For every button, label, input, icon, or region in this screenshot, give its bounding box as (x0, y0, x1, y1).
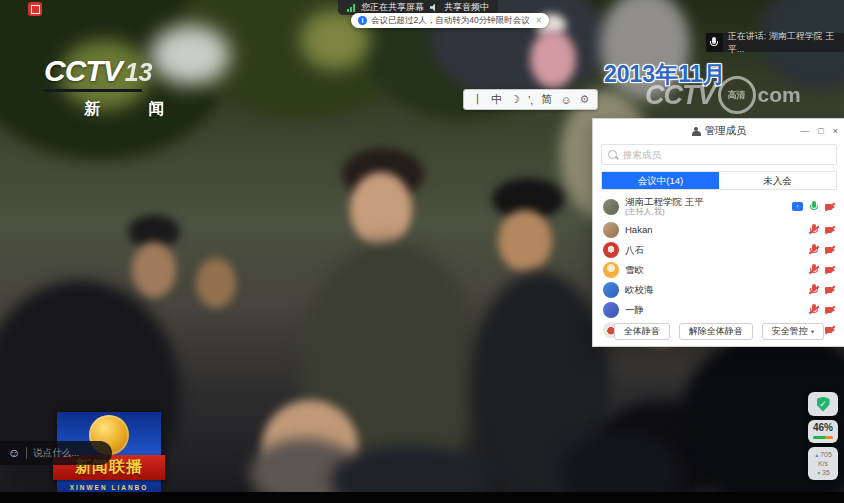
panel-title: 管理成员 (705, 124, 747, 138)
member-name: 欧校海 (625, 284, 654, 295)
speed-unit: K/s (818, 459, 828, 468)
member-list: 湖南工程学院 王平 (主持人,我) ↑ Hakan 八石 (593, 193, 844, 340)
camera-off-icon[interactable] (825, 264, 835, 276)
toast-close-icon[interactable]: × (536, 15, 542, 26)
avatar (603, 302, 619, 318)
channel-number: 13 (125, 58, 153, 86)
info-icon: i (358, 16, 367, 25)
screen-share-icon[interactable]: ↑ (792, 202, 803, 211)
usage-bar (813, 436, 833, 439)
ime-punctuation-icon[interactable]: ’, (528, 94, 534, 106)
camera-off-icon[interactable] (825, 224, 835, 236)
divider (26, 447, 27, 459)
unmute-all-button[interactable]: 解除全体静音 (679, 323, 753, 340)
emoji-icon[interactable]: ☺ (8, 447, 20, 459)
ime-settings-icon[interactable]: ⚙ (580, 93, 590, 106)
active-speaker-overlay: 正在讲话: 湖南工程学院 王平... (706, 33, 844, 52)
member-row[interactable]: 一静 (593, 300, 844, 320)
toast-text: 会议已超过2人，自动转为40分钟限时会议 (371, 15, 530, 27)
security-control-button[interactable]: 安全管控 ▾ (762, 323, 825, 340)
speaker-icon (430, 4, 438, 12)
camera-off-icon[interactable] (825, 244, 835, 256)
avatar (603, 199, 619, 215)
manage-members-panel: 管理成员 — □ × 会议中(14) 未入会 湖南工程学院 王平 (主持人,我)… (592, 118, 844, 347)
usage-percent: 46% (813, 423, 833, 433)
scene-blob (196, 258, 236, 308)
members-icon (692, 127, 701, 136)
download-speed: 35 (816, 468, 830, 477)
mic-off-icon[interactable] (809, 284, 819, 296)
mic-off-icon[interactable] (809, 224, 819, 236)
mic-off-icon[interactable] (809, 264, 819, 276)
member-row[interactable]: 八石 (593, 240, 844, 260)
danmaku-placeholder: 说点什么... (33, 447, 79, 460)
mic-off-icon[interactable] (809, 244, 819, 256)
signal-bars-icon (347, 4, 355, 12)
capture-glyph (31, 5, 40, 14)
member-role: (主持人,我) (625, 207, 704, 217)
station-watermark: CCTV 高清 com (645, 76, 801, 114)
security-control-label: 安全管控 (772, 325, 808, 338)
ime-emoji-icon[interactable]: ☺ (560, 94, 571, 106)
shield-check-icon: ✓ (817, 397, 830, 412)
mic-icon (709, 37, 719, 49)
member-name: Hakan (625, 224, 652, 235)
channel-logo-text: CCTV (44, 54, 122, 87)
danmaku-input-bar[interactable]: ☺ 说点什么... (0, 441, 112, 465)
member-name: 雪欧 (625, 264, 644, 275)
tab-not-joined[interactable]: 未入会 (719, 172, 836, 189)
member-row[interactable]: 湖南工程学院 王平 (主持人,我) ↑ (593, 193, 844, 220)
program-subtitle: XINWEN LIANBO (57, 484, 161, 491)
avatar (603, 242, 619, 258)
member-row[interactable]: 雪欧 (593, 260, 844, 280)
panel-tabs: 会议中(14) 未入会 (601, 171, 837, 190)
camera-off-icon[interactable] (825, 201, 835, 213)
member-name: 一静 (625, 304, 644, 315)
panel-titlebar: 管理成员 — □ × (593, 119, 844, 143)
member-name: 八石 (625, 244, 644, 255)
watermark-brand: CCTV (645, 80, 715, 111)
scene-blob (350, 172, 412, 246)
scene-blob (498, 210, 552, 272)
scene-blob (530, 30, 576, 88)
ime-toolbar[interactable]: 丨 中 ☽ ’, 简 ☺ ⚙ (463, 89, 598, 110)
ime-caret-icon[interactable]: 丨 (472, 92, 483, 107)
active-speaker-label: 正在讲话: 湖南工程学院 王平... (728, 30, 836, 56)
maximize-icon[interactable]: □ (818, 126, 823, 136)
avatar (603, 262, 619, 278)
member-search-box[interactable] (601, 144, 837, 165)
search-icon (608, 150, 617, 159)
member-search-input[interactable] (621, 148, 830, 161)
meeting-limit-toast: i 会议已超过2人，自动转为40分钟限时会议 × (351, 13, 549, 28)
ime-halfwidth-icon[interactable]: ☽ (510, 93, 520, 106)
camera-off-icon[interactable] (825, 284, 835, 296)
upload-speed: 705 (814, 450, 832, 459)
avatar (603, 222, 619, 238)
panel-footer: 全体静音 解除全体静音 安全管控 ▾ (593, 323, 844, 340)
usage-widget[interactable]: 46% (808, 420, 838, 443)
member-row[interactable]: Hakan (593, 220, 844, 240)
channel-caption: 新 闻 (84, 99, 186, 120)
member-name: 湖南工程学院 王平 (625, 196, 704, 207)
mic-on-icon[interactable] (809, 201, 819, 213)
capture-app-icon[interactable] (28, 2, 42, 16)
channel-logo-rule (44, 89, 142, 92)
chevron-down-icon: ▾ (811, 328, 815, 336)
channel-logo: CCTV13 新 闻 (44, 54, 186, 120)
avatar (603, 282, 619, 298)
network-speed-widget[interactable]: 705 K/s 35 (808, 447, 838, 480)
camera-off-icon[interactable] (825, 304, 835, 316)
watermark-suffix: com (758, 83, 801, 107)
mic-badge (706, 33, 723, 52)
bottom-black-bar (0, 492, 844, 503)
member-row[interactable]: 欧校海 (593, 280, 844, 300)
security-widget[interactable]: ✓ (808, 392, 838, 416)
close-icon[interactable]: × (833, 126, 838, 136)
minimize-icon[interactable]: — (800, 126, 809, 136)
mute-all-button[interactable]: 全体静音 (614, 323, 670, 340)
ime-language-icon[interactable]: 中 (491, 92, 502, 107)
desktop-widgets: ✓ 46% 705 K/s 35 (806, 392, 840, 480)
mic-off-icon[interactable] (809, 304, 819, 316)
tab-in-meeting[interactable]: 会议中(14) (602, 172, 719, 189)
ime-simplified-icon[interactable]: 简 (541, 92, 552, 107)
